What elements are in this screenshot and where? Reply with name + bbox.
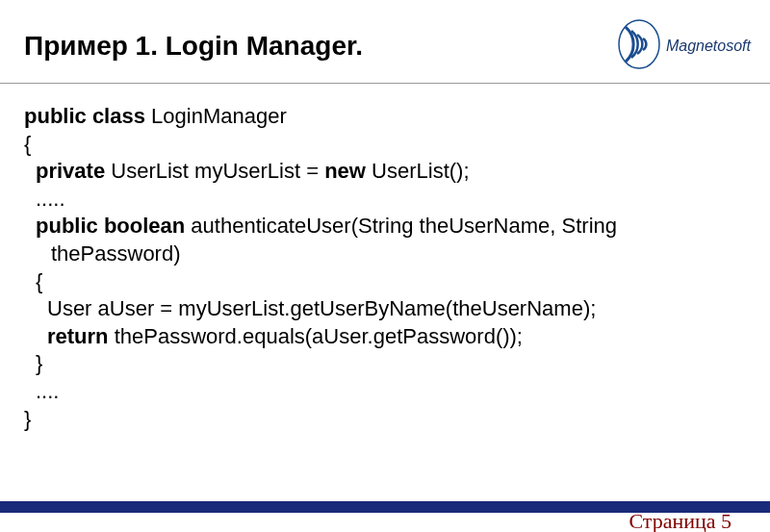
logo-arc-icon	[618, 19, 660, 73]
logo-text: Magnetosoft	[666, 38, 751, 55]
slide-title: Пример 1. Login Manager.	[24, 31, 363, 62]
code-line: User aUser = myUserList.getUserByName(th…	[24, 295, 746, 323]
keyword: return	[47, 324, 109, 348]
code-line: }	[24, 350, 746, 378]
keyword: private	[36, 159, 105, 183]
code-line: .....	[24, 186, 746, 214]
code-line: }	[24, 406, 746, 434]
code-text: UserList();	[366, 159, 470, 183]
code-text: LoginManager	[145, 104, 287, 128]
code-line: {	[24, 268, 746, 296]
svg-point-0	[619, 20, 659, 68]
code-line: {	[24, 131, 746, 159]
code-line: public boolean authenticateUser(String t…	[24, 213, 746, 241]
code-line: ....	[24, 378, 746, 406]
keyword: public boolean	[36, 214, 185, 238]
page-number: Страница 5	[629, 509, 732, 532]
magnetosoft-logo: Magnetosoft	[618, 19, 751, 73]
code-content: public class LoginManager { private User…	[0, 84, 770, 452]
code-line: return thePassword.equals(aUser.getPassw…	[24, 323, 746, 351]
code-text: UserList myUserList =	[105, 159, 324, 183]
slide-header: Пример 1. Login Manager. Magnetosoft	[0, 0, 770, 84]
keyword: new	[324, 159, 366, 183]
code-line: public class LoginManager	[24, 103, 746, 131]
code-line: private UserList myUserList = new UserLi…	[24, 158, 746, 186]
code-text: thePassword.equals(aUser.getPassword());	[109, 324, 523, 348]
keyword: public class	[24, 104, 145, 128]
code-text: authenticateUser(String theUserName, Str…	[185, 214, 617, 238]
code-line: thePassword)	[24, 241, 746, 268]
